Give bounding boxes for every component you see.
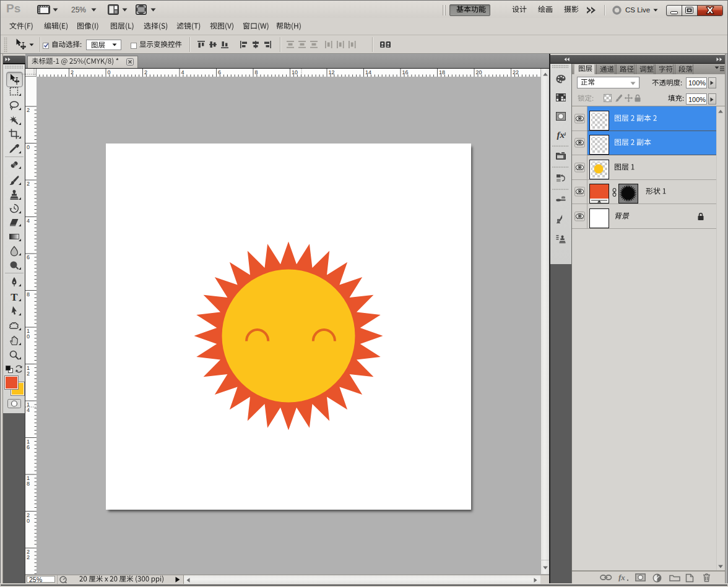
svg-text:0: 0 — [108, 69, 111, 75]
svg-text:6: 6 — [27, 444, 30, 450]
svg-text:8: 8 — [255, 69, 258, 75]
svg-text:2: 2 — [27, 554, 30, 560]
svg-text:12: 12 — [329, 69, 335, 75]
svg-text:2: 2 — [27, 371, 30, 377]
svg-text:4: 4 — [181, 69, 184, 75]
svg-text:2: 2 — [71, 69, 74, 75]
svg-text:2: 2 — [144, 69, 147, 75]
svg-text:0: 0 — [27, 518, 30, 524]
svg-text:8: 8 — [27, 291, 30, 298]
svg-text:0: 0 — [27, 333, 30, 340]
svg-text:fx: fx — [557, 130, 565, 140]
svg-text:4: 4 — [27, 218, 30, 224]
svg-text:T: T — [11, 291, 18, 302]
svg-text:18: 18 — [439, 69, 445, 75]
svg-text:6: 6 — [218, 69, 221, 75]
svg-text:14: 14 — [365, 69, 371, 75]
svg-text:22: 22 — [513, 69, 519, 75]
svg-text:fx: fx — [618, 573, 625, 581]
svg-text:2: 2 — [27, 107, 30, 113]
svg-text:6: 6 — [27, 254, 30, 260]
svg-text:20: 20 — [476, 69, 482, 75]
svg-text:2: 2 — [27, 181, 30, 187]
svg-text:16: 16 — [402, 69, 409, 75]
svg-text:10: 10 — [292, 69, 298, 75]
svg-text:8: 8 — [27, 481, 30, 487]
svg-text:4: 4 — [27, 407, 30, 413]
svg-text:0: 0 — [27, 144, 30, 150]
